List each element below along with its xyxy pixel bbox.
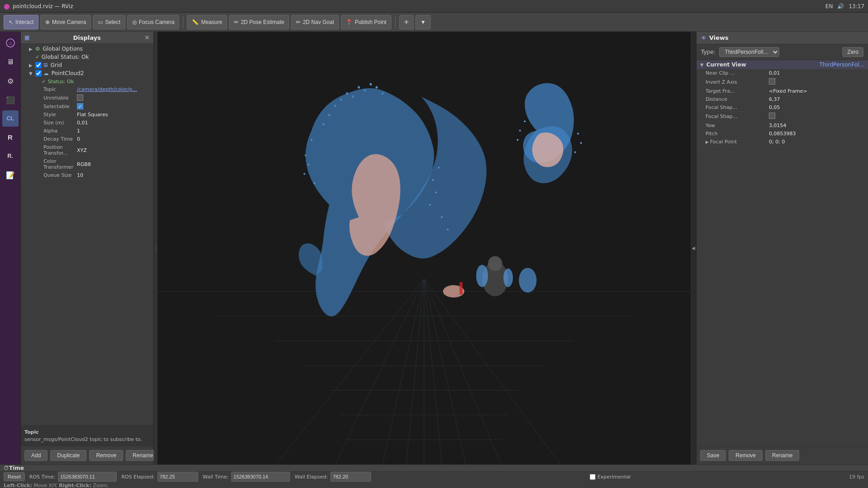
focus-icon: ◎ xyxy=(132,19,137,25)
sidebar-btn-1[interactable]: ⌂ xyxy=(2,34,19,52)
views-prop-focal-point: ▶ Focal Point 0; 0; 0 xyxy=(696,138,868,146)
size-value[interactable]: 0,01 xyxy=(77,120,152,126)
pointcloud2-checkbox[interactable] xyxy=(35,70,42,76)
topic-value[interactable]: /camera/depth/color/p... xyxy=(77,86,152,92)
select-button[interactable]: ▭ Select xyxy=(93,15,125,29)
focus-camera-button[interactable]: ◎ Focus Camera xyxy=(127,15,180,29)
sidebar-btn-edit[interactable]: 📝 xyxy=(2,166,19,184)
titlebar-language: EN xyxy=(825,3,833,9)
focal-shape-checkbox[interactable] xyxy=(769,113,775,119)
pose-estimate-button[interactable]: ✏ 2D Pose Estimate xyxy=(229,15,289,29)
publish-icon: 📍 xyxy=(346,19,353,25)
near-clip-value[interactable]: 0,01 xyxy=(769,70,864,76)
displays-tree: ▶ ⚙ Global Options ▶ ✓ Global Status: Ok… xyxy=(21,44,153,425)
remove-button[interactable]: Remove xyxy=(89,450,123,461)
decay-value[interactable]: 0 xyxy=(77,136,152,142)
displays-footer: Add Duplicate Remove Rename xyxy=(21,446,153,464)
svg-point-24 xyxy=(370,83,372,85)
queue-size-value[interactable]: 10 xyxy=(77,172,152,178)
sidebar-btn-2[interactable]: 🖥 xyxy=(2,53,19,71)
prop-row-decay-time: Decay Time 0 xyxy=(21,135,153,143)
displays-header-title: Displays xyxy=(73,34,101,41)
sidebar-btn-rviz2[interactable]: R. xyxy=(2,147,19,165)
publish-point-button[interactable]: 📍 Publish Point xyxy=(341,15,391,29)
sidebar-btn-gear[interactable]: ⚙ xyxy=(2,72,19,90)
tree-item-global-status[interactable]: ▶ ✓ Global Status: Ok xyxy=(21,53,153,61)
viewport-right-handle[interactable] xyxy=(691,32,696,464)
views-current-view-section[interactable]: ▼ Current View ThirdPersonFol... xyxy=(696,60,868,69)
views-panel: 👁 Views Type: ThirdPersonFoll... Orbit F… xyxy=(696,32,868,464)
views-rename-button[interactable]: Rename xyxy=(765,450,799,461)
focal-shape-val-1[interactable]: 0,05 xyxy=(769,104,864,110)
position-value[interactable]: XYZ xyxy=(77,147,152,153)
svg-point-50 xyxy=(488,256,502,271)
time-reset-button[interactable]: Reset xyxy=(4,472,25,481)
right-click-bold: Right-Click: xyxy=(59,483,91,488)
svg-point-35 xyxy=(429,204,431,206)
home-icon: ⌂ xyxy=(5,38,15,48)
views-save-button[interactable]: Save xyxy=(700,450,726,461)
svg-rect-48 xyxy=(460,282,463,294)
titlebar-title: pointcloud.rviz — RViz xyxy=(13,3,73,9)
nav-icon: ✏ xyxy=(296,19,300,25)
dropdown-button[interactable]: ▼ xyxy=(415,15,431,29)
interact-button[interactable]: ↖ Interact xyxy=(4,15,38,29)
nav-goal-button[interactable]: ✏ 2D Nav Goal xyxy=(291,15,339,29)
focal-point-arrow: ▶ xyxy=(706,140,709,144)
prop-row-position-transformer: Position Transfor... XYZ xyxy=(21,143,153,157)
move-camera-button[interactable]: ⊕ Move Camera xyxy=(40,15,91,29)
section-arrow-icon: ▼ xyxy=(700,62,704,67)
extra-button[interactable]: ✛ xyxy=(399,15,414,29)
wall-elapsed-input[interactable] xyxy=(330,472,371,482)
selectable-checkbox[interactable]: ✓ xyxy=(77,103,83,109)
tree-item-status-ok[interactable]: ▶ ✓ Status: Ok xyxy=(21,77,153,85)
fps-display: 19 fps xyxy=(849,474,864,480)
grid-checkbox[interactable] xyxy=(35,62,42,68)
experimental-checkbox[interactable] xyxy=(590,474,596,480)
duplicate-button[interactable]: Duplicate xyxy=(50,450,86,461)
style-value[interactable]: Flat Squares xyxy=(77,112,152,118)
measure-button[interactable]: 📏 Measure xyxy=(187,15,227,29)
views-type-select[interactable]: ThirdPersonFoll... Orbit FPS TopDownOrth… xyxy=(719,47,779,57)
viewport[interactable] xyxy=(157,32,691,464)
svg-point-32 xyxy=(304,173,305,175)
wall-time-input[interactable] xyxy=(231,472,290,482)
ros-time-input[interactable] xyxy=(58,472,117,482)
svg-point-36 xyxy=(435,191,437,193)
add-button[interactable]: Add xyxy=(24,450,48,461)
folder-icon: ⚙ xyxy=(35,46,40,52)
select-icon: ▭ xyxy=(98,19,103,25)
target-frame-value[interactable]: <Fixed Frame> xyxy=(769,88,864,94)
svg-point-33 xyxy=(310,139,312,141)
focal-point-value[interactable]: 0; 0; 0 xyxy=(769,139,864,145)
displays-close-button[interactable]: ✕ xyxy=(144,34,150,41)
views-prop-focal-shape-1: Focal Shap... 0,05 xyxy=(696,104,868,112)
views-prop-focal-shape-2: Focal Shap... xyxy=(696,112,868,122)
tree-item-pointcloud2[interactable]: ▼ ☁ PointCloud2 xyxy=(21,69,153,77)
views-remove-button[interactable]: Remove xyxy=(729,450,763,461)
svg-point-52 xyxy=(503,269,513,287)
svg-point-37 xyxy=(432,179,434,181)
pose-icon: ✏ xyxy=(234,19,238,25)
invert-z-checkbox[interactable] xyxy=(769,78,775,85)
views-zero-button[interactable]: Zero xyxy=(842,47,863,57)
tree-item-global-options[interactable]: ▶ ⚙ Global Options xyxy=(21,45,153,53)
pitch-value[interactable]: 0,0853983 xyxy=(769,131,864,137)
svg-point-31 xyxy=(308,164,310,166)
sidebar-btn-terminal[interactable]: ⬛ xyxy=(2,91,19,109)
sidebar-btn-rviz1[interactable]: R xyxy=(2,128,19,146)
tree-item-grid[interactable]: ▶ ⊞ Grid xyxy=(21,61,153,69)
chevron-down-icon: ▼ xyxy=(420,19,426,25)
yaw-value[interactable]: 3,0154 xyxy=(769,123,864,128)
ros-elapsed-input[interactable] xyxy=(157,472,198,482)
svg-point-42 xyxy=(519,130,521,132)
sidebar-btn-clion[interactable]: CL xyxy=(2,110,19,127)
distance-value[interactable]: 6,37 xyxy=(769,96,864,102)
app-icon: ● xyxy=(4,2,10,10)
focal-shape-val-2 xyxy=(769,113,864,120)
svg-point-40 xyxy=(447,228,448,230)
unreliable-checkbox[interactable] xyxy=(77,95,83,101)
alpha-value[interactable]: 1 xyxy=(77,128,152,134)
resize-handle[interactable] xyxy=(154,32,157,464)
color-transformer-value[interactable]: RGB8 xyxy=(77,161,152,167)
